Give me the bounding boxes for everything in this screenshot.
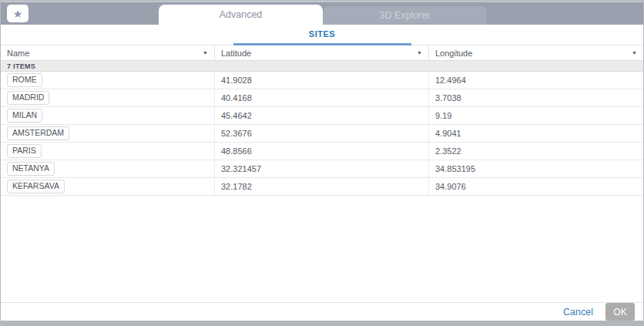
name-cell: PARIS <box>1 143 215 160</box>
grid-header: Name ▼ Latitude ▼ Longitude ▼ <box>1 45 643 61</box>
tab-sites[interactable]: SITES <box>1 29 643 39</box>
name-cell: KEFARSAVA <box>1 178 215 195</box>
latitude-value: 32.321457 <box>215 160 429 177</box>
longitude-value: 12.4964 <box>429 72 643 89</box>
longitude-value: 34.9076 <box>429 178 643 195</box>
items-count-row: 7 ITEMS <box>1 61 643 72</box>
chevron-down-icon[interactable]: ▼ <box>632 50 637 55</box>
column-header-latitude[interactable]: Latitude ▼ <box>215 45 429 60</box>
column-header-name[interactable]: Name ▼ <box>1 45 215 60</box>
name-cell: ROME <box>1 72 215 89</box>
latitude-value: 52.3676 <box>215 125 429 142</box>
column-label: Name <box>7 49 29 58</box>
latitude-value: 32.1782 <box>215 178 429 195</box>
column-label: Longitude <box>435 49 472 58</box>
table-row[interactable]: MILAN45.46429.19 <box>1 107 643 125</box>
tab-3d-explorer[interactable]: 3D Explorer <box>323 6 487 25</box>
latitude-value: 48.8566 <box>215 143 429 160</box>
site-name-chip: MILAN <box>7 109 42 123</box>
subtab-bar: SITES <box>1 25 643 45</box>
latitude-value: 41.9028 <box>215 72 429 89</box>
name-cell: AMSTERDAM <box>1 125 215 142</box>
table-row[interactable]: NETANYA32.32145734.853195 <box>1 160 643 178</box>
ok-button[interactable]: OK <box>605 303 635 321</box>
site-name-chip: ROME <box>7 73 42 88</box>
site-name-chip: PARIS <box>7 144 42 159</box>
dialog-footer: Cancel OK <box>1 302 643 321</box>
table-row[interactable]: PARIS48.85662.3522 <box>1 143 643 160</box>
name-cell: NETANYA <box>1 160 215 177</box>
longitude-value: 3.7038 <box>429 89 643 106</box>
table-row[interactable]: AMSTERDAM52.36764.9041 <box>1 125 643 143</box>
column-label: Latitude <box>221 49 251 58</box>
table-row[interactable]: ROME41.902812.4964 <box>1 72 643 89</box>
longitude-value: 34.853195 <box>429 160 643 177</box>
chevron-down-icon[interactable]: ▼ <box>203 50 208 55</box>
dialog-bottom-edge <box>1 321 643 325</box>
latitude-value: 45.4642 <box>215 107 429 124</box>
name-cell: MADRID <box>1 89 215 106</box>
table-row[interactable]: MADRID40.41683.7038 <box>1 89 643 107</box>
sites-grid: Name ▼ Latitude ▼ Longitude ▼ 7 ITEMS RO… <box>1 45 643 196</box>
longitude-value: 9.19 <box>429 107 643 124</box>
site-name-chip: MADRID <box>7 91 49 106</box>
favorite-button[interactable]: ★ <box>7 5 29 22</box>
site-name-chip: AMSTERDAM <box>7 126 69 141</box>
site-name-chip: NETANYA <box>7 162 55 176</box>
chevron-down-icon[interactable]: ▼ <box>417 50 422 55</box>
column-header-longitude[interactable]: Longitude ▼ <box>429 45 643 60</box>
latitude-value: 40.4168 <box>215 89 429 106</box>
longitude-value: 2.3522 <box>429 143 643 160</box>
table-body: ROME41.902812.4964MADRID40.41683.7038MIL… <box>1 72 643 196</box>
title-bar: ★ 3D Explorer Advanced <box>1 1 643 25</box>
table-row[interactable]: KEFARSAVA32.178234.9076 <box>1 178 643 196</box>
star-icon: ★ <box>13 8 23 19</box>
sites-dialog: ★ 3D Explorer Advanced SITES Name ▼ Lati… <box>0 0 644 326</box>
site-name-chip: KEFARSAVA <box>7 180 65 194</box>
tab-advanced[interactable]: Advanced <box>159 5 323 25</box>
cancel-button[interactable]: Cancel <box>563 307 593 318</box>
name-cell: MILAN <box>1 107 215 124</box>
longitude-value: 4.9041 <box>429 125 643 142</box>
